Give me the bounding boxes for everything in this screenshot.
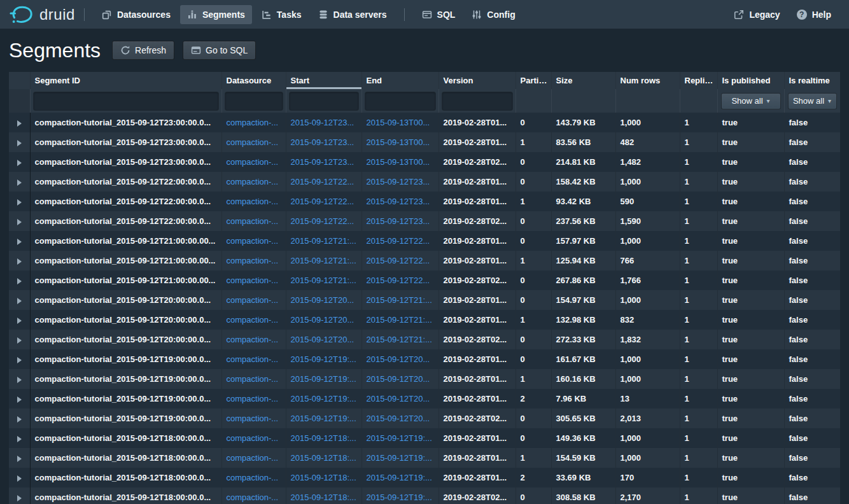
nav-tab-tasks[interactable]: Tasks [255, 5, 309, 24]
start-link[interactable]: 2015-09-12T18:... [291, 433, 356, 443]
end-link[interactable]: 2015-09-12T23... [367, 197, 430, 206]
col-header-segment-id[interactable]: Segment ID [30, 72, 221, 89]
row-expander[interactable] [9, 113, 30, 132]
legacy-button[interactable]: Legacy [727, 5, 787, 24]
row-expander[interactable] [9, 132, 30, 152]
end-link[interactable]: 2015-09-12T20... [367, 374, 430, 384]
datasource-link[interactable]: compaction-... [227, 473, 279, 482]
row-expander[interactable] [9, 487, 30, 504]
row-expander[interactable] [9, 349, 30, 369]
start-link[interactable]: 2015-09-12T18:... [291, 473, 356, 482]
row-expander[interactable] [9, 251, 30, 270]
refresh-button[interactable]: Refresh [112, 41, 174, 60]
row-expander[interactable] [9, 369, 30, 389]
end-link[interactable]: 2015-09-12T20... [367, 354, 430, 364]
version-filter-input[interactable] [442, 92, 512, 110]
end-link[interactable]: 2015-09-12T20... [367, 414, 430, 423]
end-link[interactable]: 2015-09-12T19:... [367, 453, 432, 463]
nav-tab-data-servers[interactable]: Data servers [311, 5, 394, 24]
start-link[interactable]: 2015-09-12T20... [291, 315, 354, 325]
end-link[interactable]: 2015-09-12T21:... [367, 295, 432, 305]
row-expander[interactable] [9, 468, 30, 487]
datasource-link[interactable]: compaction-... [227, 315, 279, 325]
datasource-link[interactable]: compaction-... [227, 118, 279, 127]
datasource-link[interactable]: compaction-... [227, 394, 279, 403]
start-link[interactable]: 2015-09-12T23... [291, 118, 354, 127]
col-header-partition[interactable]: Partiti... [516, 72, 551, 89]
datasource-link[interactable]: compaction-... [227, 177, 279, 186]
start-filter-input[interactable] [290, 92, 358, 110]
start-link[interactable]: 2015-09-12T23... [291, 157, 354, 167]
col-header-is-realtime[interactable]: Is realtime [784, 72, 840, 89]
nav-tab-datasources[interactable]: Datasources [95, 5, 178, 24]
end-link[interactable]: 2015-09-13T00... [367, 157, 430, 167]
row-expander[interactable] [9, 211, 30, 231]
row-expander[interactable] [9, 409, 30, 428]
row-expander[interactable] [9, 172, 30, 192]
end-link[interactable]: 2015-09-12T19:... [367, 473, 432, 482]
end-link[interactable]: 2015-09-12T21:... [367, 335, 432, 344]
datasource-link[interactable]: compaction-... [227, 493, 279, 502]
datasource-link[interactable]: compaction-... [227, 276, 279, 285]
start-link[interactable]: 2015-09-12T18:... [291, 493, 356, 502]
datasource-link[interactable]: compaction-... [227, 236, 279, 246]
end-link[interactable]: 2015-09-12T19:... [367, 433, 432, 443]
datasource-link[interactable]: compaction-... [227, 414, 279, 423]
row-expander[interactable] [9, 231, 30, 251]
row-expander[interactable] [9, 310, 30, 330]
start-link[interactable]: 2015-09-12T19:... [291, 394, 356, 403]
col-header-size[interactable]: Size [551, 72, 615, 89]
start-link[interactable]: 2015-09-12T22... [291, 216, 354, 226]
end-link[interactable]: 2015-09-12T21:... [367, 315, 432, 325]
datasource-link[interactable]: compaction-... [227, 216, 279, 226]
end-link[interactable]: 2015-09-12T22... [367, 256, 430, 265]
end-link[interactable]: 2015-09-13T00... [367, 118, 430, 127]
datasource-link[interactable]: compaction-... [227, 433, 279, 443]
start-link[interactable]: 2015-09-12T20... [291, 295, 354, 305]
is-published-filter-dropdown[interactable]: Show all ▾ [721, 93, 781, 109]
row-expander[interactable] [9, 389, 30, 409]
end-link[interactable]: 2015-09-12T19:... [367, 493, 432, 502]
end-filter-input[interactable] [365, 92, 435, 110]
start-link[interactable]: 2015-09-12T19:... [291, 414, 356, 423]
start-link[interactable]: 2015-09-12T23... [291, 137, 354, 147]
nav-tab-sql[interactable]: SQL [415, 5, 463, 24]
go-to-sql-button[interactable]: Go to SQL [183, 41, 256, 60]
datasource-link[interactable]: compaction-... [227, 137, 279, 147]
start-link[interactable]: 2015-09-12T21:... [291, 236, 356, 246]
row-expander[interactable] [9, 448, 30, 468]
is-realtime-filter-dropdown[interactable]: Show all ▾ [788, 93, 837, 109]
col-header-end[interactable]: End [361, 72, 439, 89]
start-link[interactable]: 2015-09-12T21:... [291, 256, 356, 265]
datasource-link[interactable]: compaction-... [227, 295, 279, 305]
end-link[interactable]: 2015-09-13T00... [367, 137, 430, 147]
start-link[interactable]: 2015-09-12T19:... [291, 374, 356, 384]
end-link[interactable]: 2015-09-12T23... [367, 216, 430, 226]
datasource-link[interactable]: compaction-... [227, 453, 279, 463]
nav-tab-config[interactable]: Config [465, 5, 522, 24]
col-header-is-published[interactable]: Is published [717, 72, 784, 89]
end-link[interactable]: 2015-09-12T22... [367, 276, 430, 285]
end-link[interactable]: 2015-09-12T23... [367, 177, 430, 186]
row-expander[interactable] [9, 152, 30, 172]
help-button[interactable]: ? Help [790, 5, 838, 24]
datasource-link[interactable]: compaction-... [227, 354, 279, 364]
row-expander[interactable] [9, 270, 30, 290]
datasource-filter-input[interactable] [225, 92, 283, 110]
col-header-version[interactable]: Version [439, 72, 516, 89]
datasource-link[interactable]: compaction-... [227, 256, 279, 265]
col-header-num-rows[interactable]: Num rows [615, 72, 680, 89]
datasource-link[interactable]: compaction-... [227, 374, 279, 384]
start-link[interactable]: 2015-09-12T20... [291, 335, 354, 344]
row-expander[interactable] [9, 428, 30, 448]
start-link[interactable]: 2015-09-12T18:... [291, 453, 356, 463]
row-expander[interactable] [9, 192, 30, 211]
end-link[interactable]: 2015-09-12T20... [367, 394, 430, 403]
row-expander[interactable] [9, 330, 30, 349]
datasource-link[interactable]: compaction-... [227, 157, 279, 167]
brand[interactable]: druid [10, 4, 75, 25]
datasource-link[interactable]: compaction-... [227, 197, 279, 206]
start-link[interactable]: 2015-09-12T19:... [291, 354, 356, 364]
nav-tab-segments[interactable]: Segments [180, 5, 252, 24]
row-expander[interactable] [9, 290, 30, 310]
